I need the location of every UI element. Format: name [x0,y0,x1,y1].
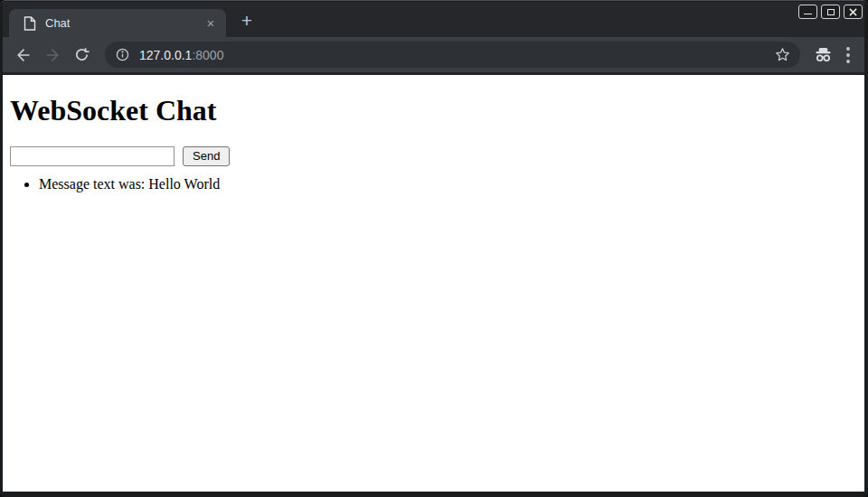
browser-toolbar: 127.0.0.1:8000 [3,37,864,72]
tab-close-icon[interactable]: × [203,15,219,32]
new-tab-button[interactable]: + [235,8,259,32]
maximize-icon [827,9,835,15]
tab-chat[interactable]: Chat × [9,9,226,37]
tab-strip: Chat × + [3,2,864,37]
window-close-button[interactable] [844,5,863,19]
forward-button[interactable] [42,44,63,66]
send-button[interactable]: Send [183,146,230,166]
arrow-left-icon [14,46,33,64]
back-button[interactable] [13,44,34,66]
message-list-item: Message text was: Hello World [39,176,864,192]
page-favicon-icon [24,16,36,31]
arrow-right-icon [43,46,61,64]
chat-form: Send [10,146,864,166]
url-host: 127.0.0.1 [139,48,192,62]
url-port: :8000 [192,48,223,62]
site-info-icon[interactable] [115,47,130,62]
browser-chrome: Chat × + [3,2,864,492]
messages-list: Message text was: Hello World [3,176,864,192]
address-bar[interactable]: 127.0.0.1:8000 [105,42,800,68]
minimize-icon [804,14,812,14]
tab-title: Chat [45,16,203,30]
bookmark-star-icon[interactable] [774,46,791,63]
window-controls [798,5,863,19]
page-content: WebSocket Chat Send Message text was: He… [3,75,864,492]
window-maximize-button[interactable] [821,5,840,19]
page-title: WebSocket Chat [10,94,857,127]
message-input[interactable] [10,146,175,166]
incognito-icon [813,44,834,65]
browser-menu-button[interactable] [846,47,850,63]
reload-button[interactable] [71,44,92,66]
browser-window: Chat × + [0,0,868,497]
url-text: 127.0.0.1:8000 [139,48,223,62]
vertical-dots-icon [846,47,850,63]
reload-icon [73,46,90,63]
close-x-icon [849,8,857,16]
window-minimize-button[interactable] [798,5,817,19]
